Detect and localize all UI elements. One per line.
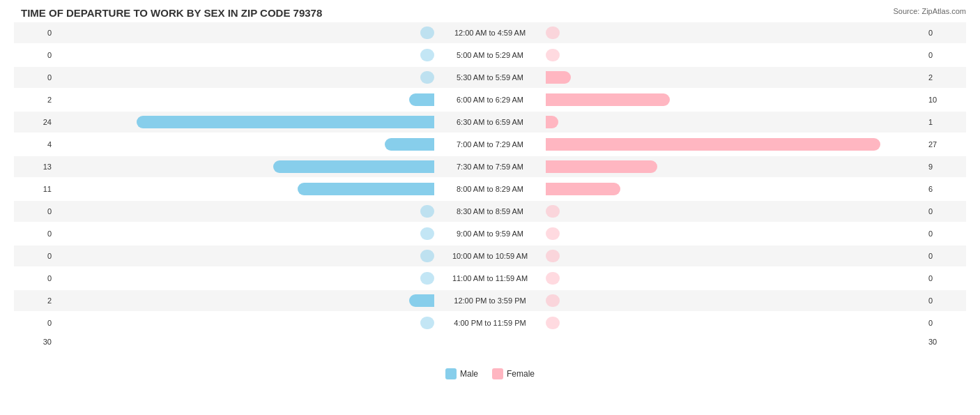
bars-right [546,159,924,174]
table-row: 0 10:00 AM to 10:59 AM 0 [14,246,966,266]
male-value: 0 [14,319,56,327]
time-label: 6:30 AM to 6:59 AM [434,118,546,126]
time-label: 11:00 AM to 11:59 AM [434,274,546,282]
time-label: 5:00 AM to 5:29 AM [434,51,546,59]
bar-male [420,49,434,61]
bars-left [56,114,434,130]
female-value: 0 [924,296,966,305]
table-row: 24 6:30 AM to 6:59 AM 1 [14,112,966,133]
bars-right [546,47,924,63]
bar-male [420,205,434,218]
bar-male [420,317,434,329]
female-value: 0 [924,229,966,238]
bar-female [546,272,560,285]
table-row: 2 6:00 AM to 6:29 AM 10 [14,89,966,110]
time-label: 7:00 AM to 7:29 AM [434,140,546,149]
time-label: 7:30 AM to 7:59 AM [434,163,546,171]
bar-female [546,205,560,218]
legend: Male Female [14,368,966,379]
time-label: 5:30 AM to 5:59 AM [434,73,546,82]
male-value: 0 [14,252,56,260]
chart-container: TIME OF DEPARTURE TO WORK BY SEX IN ZIP … [0,0,980,415]
female-value: 2 [924,73,966,82]
bar-female [546,71,571,84]
bars-left [56,315,434,331]
table-row: 4 7:00 AM to 7:29 AM 27 [14,134,966,155]
table-row: 0 12:00 AM to 4:59 AM 0 [14,22,966,43]
male-value: 0 [14,29,56,37]
table-row: 0 9:00 AM to 9:59 AM 0 [14,223,966,244]
bars-left [56,70,434,85]
bar-male [420,227,434,240]
bar-female [546,227,560,240]
bars-left [56,47,434,63]
legend-male-label: Male [460,369,478,379]
legend-female-label: Female [507,369,535,379]
bars-left [56,159,434,174]
bar-male [420,272,434,285]
legend-male-box [445,368,457,379]
bars-right [546,315,924,331]
bar-female [546,138,880,151]
bar-female [546,49,560,61]
bar-female [546,160,657,173]
male-value: 4 [14,140,56,149]
male-value: 0 [14,73,56,82]
axis-bottom: 30 30 [14,335,966,349]
bars-right [546,226,924,241]
bar-male [137,116,434,128]
male-value: 24 [14,118,56,126]
time-label: 9:00 AM to 9:59 AM [434,229,546,238]
table-row: 0 11:00 AM to 11:59 AM 0 [14,268,966,289]
table-row: 11 8:00 AM to 8:29 AM 6 [14,179,966,199]
bar-male [409,93,434,106]
bars-left [56,137,434,152]
time-label: 12:00 PM to 3:59 PM [434,296,546,305]
bar-male [409,294,434,307]
female-value: 9 [924,163,966,171]
bar-female [546,93,670,106]
female-value: 10 [924,96,966,104]
female-value: 0 [924,207,966,216]
axis-right-label: 30 [924,338,966,346]
male-value: 11 [14,185,56,193]
table-row: 0 5:00 AM to 5:29 AM 0 [14,45,966,66]
female-value: 0 [924,29,966,37]
legend-female-box [492,368,503,379]
bars-right [546,25,924,40]
bar-female [546,116,558,128]
bars-right [546,181,924,197]
table-row: 2 12:00 PM to 3:59 PM 0 [14,290,966,311]
bar-male [298,183,434,195]
bar-female [546,294,560,307]
bar-female [546,183,620,195]
female-value: 1 [924,118,966,126]
bars-left [56,271,434,286]
bars-right [546,271,924,286]
female-value: 0 [924,51,966,59]
bar-male [420,71,434,84]
male-value: 0 [14,274,56,282]
bar-female [546,250,560,262]
male-value: 2 [14,296,56,305]
legend-male: Male [445,368,478,379]
bars-left [56,92,434,107]
bars-right [546,70,924,85]
bar-male [420,27,434,39]
bar-male [273,160,434,173]
bars-left [56,226,434,241]
table-row: 13 7:30 AM to 7:59 AM 9 [14,156,966,177]
male-value: 2 [14,96,56,104]
chart-title: TIME OF DEPARTURE TO WORK BY SEX IN ZIP … [14,7,966,19]
bars-right [546,293,924,308]
bars-left [56,293,434,308]
axis-left-label: 30 [14,338,56,346]
time-label: 8:30 AM to 8:59 AM [434,207,546,216]
table-row: 0 4:00 PM to 11:59 PM 0 [14,312,966,333]
male-value: 0 [14,207,56,216]
female-value: 0 [924,319,966,327]
female-value: 27 [924,140,966,149]
legend-female: Female [492,368,535,379]
table-row: 0 5:30 AM to 5:59 AM 2 [14,67,966,88]
table-row: 0 8:30 AM to 8:59 AM 0 [14,201,966,222]
